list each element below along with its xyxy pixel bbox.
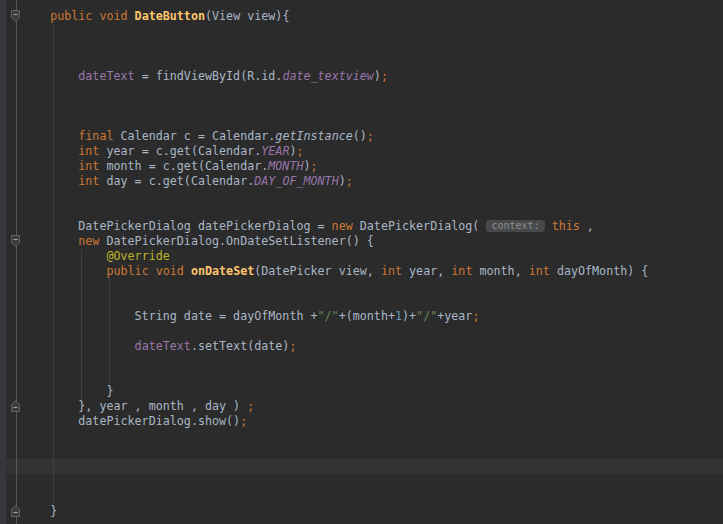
code-token: onDateSet	[191, 264, 254, 278]
code-token: String date = dayOfMonth +	[22, 309, 318, 323]
code-token: ;	[240, 414, 247, 428]
code-line: }, year , month , day ) ;	[0, 399, 723, 414]
code-token: public void	[50, 9, 134, 23]
code-line	[0, 489, 723, 504]
code-line: }	[0, 384, 723, 399]
fold-expand-marker-icon[interactable]	[10, 504, 21, 518]
code-token: int	[381, 264, 409, 278]
code-token: )	[339, 174, 346, 188]
code-token: }	[22, 384, 113, 398]
code-line: datePickerDialog.show();	[0, 414, 723, 429]
code-token	[545, 219, 552, 233]
code-token: ;	[296, 144, 303, 158]
fold-collapse-marker-icon[interactable]	[10, 234, 21, 248]
code-line: int day = c.get(Calendar.DAY_OF_MONTH);	[0, 174, 723, 189]
code-token: DatePickerDialog(	[360, 219, 487, 233]
code-token: 1	[395, 309, 402, 323]
code-token: datePickerDialog.show()	[22, 414, 240, 428]
parameter-hint-badge: context:	[486, 220, 544, 232]
code-token: (View view){	[205, 9, 289, 23]
code-token	[22, 129, 78, 143]
code-editor[interactable]: public void DateButton(View view){ dateT…	[0, 0, 723, 524]
code-line	[0, 204, 723, 219]
code-token: DatePickerDialog datePickerDialog =	[22, 219, 332, 233]
indent-guide	[53, 24, 54, 504]
code-token: )	[374, 69, 381, 83]
code-token: new	[332, 219, 360, 233]
code-line	[0, 99, 723, 114]
code-token: ;	[367, 129, 374, 143]
code-line: public void onDateSet(DatePicker view, i…	[0, 264, 723, 279]
code-line	[0, 54, 723, 69]
code-token: +(month+	[339, 309, 395, 323]
fold-line	[16, 0, 17, 524]
code-token: = findViewById(R.id.	[135, 69, 283, 83]
code-line: int month = c.get(Calendar.MONTH);	[0, 159, 723, 174]
code-line: public void DateButton(View view){	[0, 9, 723, 24]
code-token: DatePickerDialog.OnDateSetListener() {	[106, 234, 373, 248]
code-token	[22, 339, 135, 353]
code-token: Calendar c = Calendar.	[121, 129, 276, 143]
code-token: date_textview	[282, 69, 373, 83]
code-line	[0, 24, 723, 39]
code-token	[22, 69, 78, 83]
code-token: dateText	[78, 69, 134, 83]
code-line	[0, 474, 723, 489]
code-token: "/"	[318, 309, 339, 323]
code-token: dayOfMonth) {	[557, 264, 648, 278]
code-token: +year	[437, 309, 472, 323]
code-token: ;	[346, 174, 353, 188]
code-line: int year = c.get(Calendar.YEAR);	[0, 144, 723, 159]
code-line: @Override	[0, 249, 723, 264]
code-token: ;	[472, 309, 479, 323]
indent-guide	[109, 279, 110, 384]
fold-collapse-marker-icon[interactable]	[10, 9, 21, 23]
code-token: )	[303, 159, 310, 173]
code-token: final	[78, 129, 120, 143]
code-token: }, year , month , day )	[22, 399, 247, 413]
code-token: dateText	[135, 339, 191, 353]
code-line	[0, 429, 723, 444]
code-token: ;	[311, 159, 318, 173]
code-token: int	[78, 144, 106, 158]
code-token: int	[451, 264, 479, 278]
indent-guide	[81, 249, 82, 400]
code-line: DatePickerDialog datePickerDialog = new …	[0, 219, 723, 234]
code-token: YEAR	[261, 144, 289, 158]
code-token: )+	[402, 309, 416, 323]
code-token	[22, 9, 50, 23]
code-token: new	[78, 234, 106, 248]
code-line	[0, 84, 723, 99]
gutter-left-strip	[0, 0, 6, 524]
code-line: }	[0, 504, 723, 519]
code-token	[22, 159, 78, 173]
code-token: "/"	[416, 309, 437, 323]
code-area: public void DateButton(View view){ dateT…	[0, 0, 723, 519]
code-line: final Calendar c = Calendar.getInstance(…	[0, 129, 723, 144]
code-line	[0, 444, 723, 459]
code-token: int	[529, 264, 557, 278]
code-token: MONTH	[268, 159, 303, 173]
code-token: DateButton	[135, 9, 205, 23]
code-token	[22, 174, 78, 188]
code-token: month = c.get(Calendar.	[106, 159, 268, 173]
code-token: (DatePicker view,	[254, 264, 381, 278]
code-token: ()	[353, 129, 367, 143]
code-token: ,	[580, 219, 594, 233]
code-line	[0, 189, 723, 204]
code-token: day = c.get(Calendar.	[106, 174, 254, 188]
code-token: DAY_OF_MONTH	[254, 174, 338, 188]
code-token: this	[552, 219, 580, 233]
code-token	[22, 234, 78, 248]
code-token: int	[78, 159, 106, 173]
code-line: dateText = findViewById(R.id.date_textvi…	[0, 69, 723, 84]
code-line: new DatePickerDialog.OnDateSetListener()…	[0, 234, 723, 249]
code-token: year,	[409, 264, 451, 278]
fold-expand-marker-icon[interactable]	[10, 399, 21, 413]
code-token	[22, 144, 78, 158]
code-token: }	[22, 504, 57, 518]
code-token: int	[78, 174, 106, 188]
code-token	[22, 249, 106, 263]
code-line	[0, 39, 723, 54]
code-token: year = c.get(Calendar.	[106, 144, 261, 158]
